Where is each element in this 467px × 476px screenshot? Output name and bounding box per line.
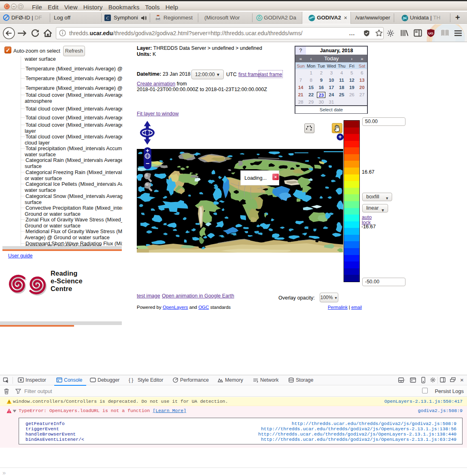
svg-text:C: C	[106, 15, 109, 20]
svg-text:UO: UO	[429, 32, 433, 35]
svg-text:NMF: NMF	[156, 18, 160, 20]
